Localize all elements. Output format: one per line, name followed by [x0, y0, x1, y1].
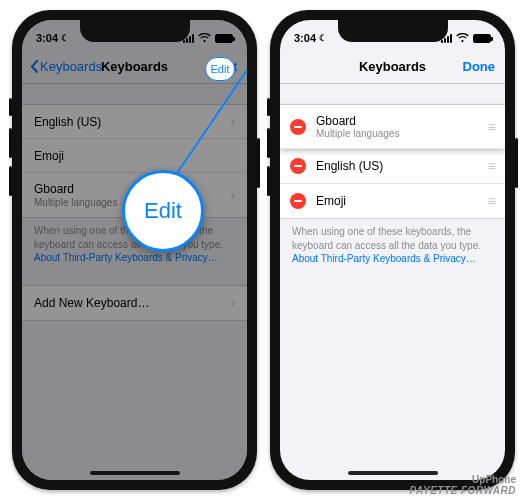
row-label: Add New Keyboard…: [34, 296, 149, 310]
volume-down-button: [9, 166, 12, 196]
wifi-icon: [198, 33, 211, 43]
chevron-right-icon: ›: [231, 188, 235, 202]
magnifier-callout: Edit: [122, 170, 204, 252]
row-label: English (US): [316, 159, 478, 173]
back-label: Keyboards: [40, 59, 102, 74]
nav-bar: Keyboards Done: [280, 50, 505, 84]
row-label: Gboard Multiple languages: [34, 182, 117, 208]
reorder-handle-icon[interactable]: ≡: [488, 193, 495, 209]
privacy-link[interactable]: About Third-Party Keyboards & Privacy…: [292, 253, 476, 264]
wifi-icon: [456, 33, 469, 43]
add-keyboard-group: Add New Keyboard… ›: [22, 285, 247, 321]
battery-icon: [473, 34, 491, 43]
privacy-link[interactable]: About Third-Party Keyboards & Privacy…: [34, 252, 218, 263]
remove-icon[interactable]: [290, 193, 306, 209]
keyboard-row-gboard[interactable]: Gboard Multiple languages ≡: [280, 105, 505, 149]
status-time: 3:04: [36, 32, 58, 44]
reorder-handle-icon[interactable]: ≡: [488, 119, 495, 135]
keyboard-row-english[interactable]: English (US) ≡: [280, 149, 505, 184]
chevron-right-icon: ›: [231, 296, 235, 310]
home-indicator[interactable]: [348, 471, 438, 475]
volume-down-button: [267, 166, 270, 196]
watermark: UpPhone PAYETTE FORWARD: [410, 474, 516, 496]
status-time: 3:04: [294, 32, 316, 44]
keyboard-row-emoji[interactable]: Emoji ≡: [280, 184, 505, 218]
row-label: English (US): [34, 115, 101, 129]
remove-icon[interactable]: [290, 119, 306, 135]
row-label: Emoji: [34, 149, 64, 163]
edit-button-highlight[interactable]: Edit: [205, 57, 235, 81]
reorder-handle-icon[interactable]: ≡: [488, 158, 495, 174]
volume-up-button: [9, 128, 12, 158]
nav-title: Keyboards: [101, 59, 168, 74]
home-indicator[interactable]: [90, 471, 180, 475]
chevron-left-icon: [30, 60, 38, 73]
nav-title: Keyboards: [359, 59, 426, 74]
phone-frame-right: 3:04 ☾ Keyboards Done: [270, 10, 515, 490]
add-keyboard-row[interactable]: Add New Keyboard… ›: [22, 286, 247, 320]
remove-icon[interactable]: [290, 158, 306, 174]
row-label: Gboard Multiple languages: [316, 114, 478, 139]
done-label: Done: [463, 59, 496, 74]
moon-icon: ☾: [61, 33, 69, 43]
notch: [80, 20, 190, 42]
magnifier-label: Edit: [144, 198, 182, 224]
screen-left: 3:04 ☾ Keyboards Keyboards Edit: [22, 20, 247, 480]
notch: [338, 20, 448, 42]
power-button: [515, 138, 518, 188]
silent-switch: [267, 98, 270, 116]
keyboard-row-emoji[interactable]: Emoji: [22, 139, 247, 173]
battery-icon: [215, 34, 233, 43]
chevron-right-icon: ›: [231, 115, 235, 129]
done-button[interactable]: Done: [463, 50, 496, 83]
back-button[interactable]: Keyboards: [30, 50, 102, 83]
silent-switch: [9, 98, 12, 116]
keyboard-row-english[interactable]: English (US) ›: [22, 105, 247, 139]
content-right: Gboard Multiple languages ≡ English (US)…: [280, 104, 505, 266]
power-button: [257, 138, 260, 188]
moon-icon: ☾: [319, 33, 327, 43]
keyboard-edit-list: Gboard Multiple languages ≡ English (US)…: [280, 104, 505, 219]
row-label: Emoji: [316, 194, 478, 208]
phone-frame-left: 3:04 ☾ Keyboards Keyboards Edit: [12, 10, 257, 490]
volume-up-button: [267, 128, 270, 158]
screen-right: 3:04 ☾ Keyboards Done: [280, 20, 505, 480]
privacy-footnote: When using one of these keyboards, the k…: [280, 219, 505, 266]
